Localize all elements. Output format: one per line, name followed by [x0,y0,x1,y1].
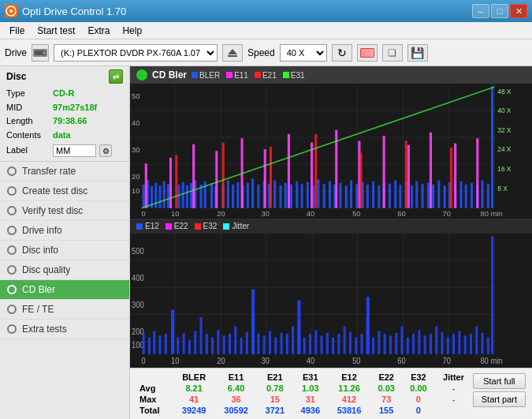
label-input[interactable] [53,144,96,157]
menu-help[interactable]: Help [116,24,148,38]
svg-rect-205 [424,335,426,354]
svg-rect-93 [421,184,423,208]
svg-rect-68 [285,183,287,208]
sidebar-item-drive-info[interactable]: Drive info [0,221,129,241]
svg-rect-166 [199,316,202,354]
svg-rect-122 [175,155,177,208]
svg-rect-83 [366,185,369,208]
max-e21: 15 [257,394,292,405]
legend-e22-text: E22 [174,222,188,230]
total-e11: 30592 [215,405,257,416]
sidebar-item-disc-quality[interactable]: Disc quality [0,260,129,280]
svg-rect-176 [257,333,259,354]
svg-text:24 X: 24 X [497,145,511,153]
svg-text:10: 10 [132,185,140,194]
svg-rect-189 [332,337,334,354]
start-full-button[interactable]: Start full [473,373,526,389]
sidebar-item-cd-bler[interactable]: CD Bler [0,280,129,300]
disc-info-icon [6,245,17,256]
svg-rect-216 [487,337,489,354]
svg-rect-208 [441,331,443,354]
disc-panel: Disc ⇄ Type CD-R MID 97m27s18f Length 79… [0,66,129,162]
legend-e32-color [195,223,201,230]
maximize-button[interactable]: □ [491,4,508,18]
svg-point-1 [9,9,13,13]
save-button[interactable]: 💾 [407,44,428,62]
svg-rect-119 [430,133,432,208]
legend-e22: E22 [166,222,188,230]
speed-label: Speed [247,47,275,58]
sidebar-item-transfer-rate[interactable]: Transfer rate [0,162,129,181]
eject-button[interactable] [222,44,243,62]
refresh-arrows-icon: ⇄ [113,73,119,81]
sidebar-item-disc-info[interactable]: Disc info [0,241,129,260]
sidebar-item-verify-test-disc[interactable]: Verify test disc [0,201,129,221]
sidebar-item-create-test-disc[interactable]: Create test disc [0,181,129,201]
avg-e32: 0.00 [403,383,435,394]
total-bler: 39249 [173,405,214,416]
contents-value: data [53,129,71,143]
menu-bar: File Start test Extra Help [0,22,532,39]
svg-text:40: 40 [307,356,315,365]
svg-point-4 [43,51,46,54]
svg-rect-74 [317,179,319,208]
svg-rect-101 [465,185,467,208]
mid-label: MID [6,101,50,115]
svg-rect-92 [415,181,418,208]
label-settings-button[interactable]: ⚙ [99,144,112,157]
svg-text:0: 0 [142,209,146,218]
data-table: BLER E11 E21 E31 E12 E22 E32 Jitter [136,372,473,416]
svg-rect-104 [481,181,483,208]
max-e31: 31 [292,394,328,405]
svg-rect-209 [447,337,449,354]
svg-rect-70 [296,181,298,208]
chart-title: CD Bler [152,69,187,80]
legend-bler-text: BLER [199,71,220,80]
legend-e11-text: E11 [234,71,248,80]
menu-start-test[interactable]: Start test [31,24,81,38]
title-bar: Opti Drive Control 1.70 – □ ✕ [0,0,532,22]
svg-rect-211 [458,331,460,354]
svg-rect-177 [263,335,266,354]
speed-selector[interactable]: 40 X [280,44,327,62]
start-part-button[interactable]: Start part [473,391,526,407]
svg-text:30: 30 [132,145,140,154]
close-button[interactable]: ✕ [510,4,527,18]
svg-rect-108 [169,158,172,208]
bottom-chart-svg: 500 400 300 200 100 0 10 20 30 40 50 60 … [130,234,532,368]
avg-e12: 11.26 [328,383,370,394]
avg-bler: 8.21 [173,383,214,394]
refresh-button[interactable]: ↻ [332,44,352,62]
svg-rect-186 [314,330,317,354]
svg-rect-105 [487,184,489,208]
disc-refresh-button[interactable]: ⇄ [109,69,123,84]
svg-text:300: 300 [132,300,144,309]
svg-rect-59 [236,182,239,208]
top-chart-legend: BLER E11 E21 E31 [192,71,305,80]
content-area: CD Bler BLER E11 E21 E31 [130,66,532,419]
length-label: Length [6,114,50,129]
table-row-avg: Avg 8.21 6.40 0.78 1.03 11.26 0.03 0.00 … [136,383,473,394]
menu-file[interactable]: File [3,24,31,38]
disc-quality-icon [6,264,17,275]
erase-button[interactable] [357,44,378,62]
fe-te-label: FE / TE [22,304,54,315]
total-e31: 4936 [292,405,328,416]
svg-text:48 X: 48 X [497,88,511,95]
svg-text:40 X: 40 X [497,107,511,114]
drive-selector[interactable]: (K:) PLEXTOR DVDR PX-760A 1.07 [54,44,218,62]
svg-rect-53 [204,181,206,208]
copy-button[interactable]: ❏ [382,44,403,62]
svg-rect-49 [186,185,188,208]
svg-rect-75 [323,184,326,208]
legend-e21-color [255,72,261,78]
svg-rect-121 [476,138,478,208]
svg-text:500: 500 [132,246,144,256]
svg-rect-110 [215,151,218,208]
sidebar-item-fe-te[interactable]: FE / TE [0,300,129,320]
cd-bler-icon [6,284,17,295]
menu-extra[interactable]: Extra [81,24,116,38]
svg-rect-168 [211,337,214,354]
minimize-button[interactable]: – [472,4,489,18]
sidebar-item-extra-tests[interactable]: Extra tests [0,320,129,339]
